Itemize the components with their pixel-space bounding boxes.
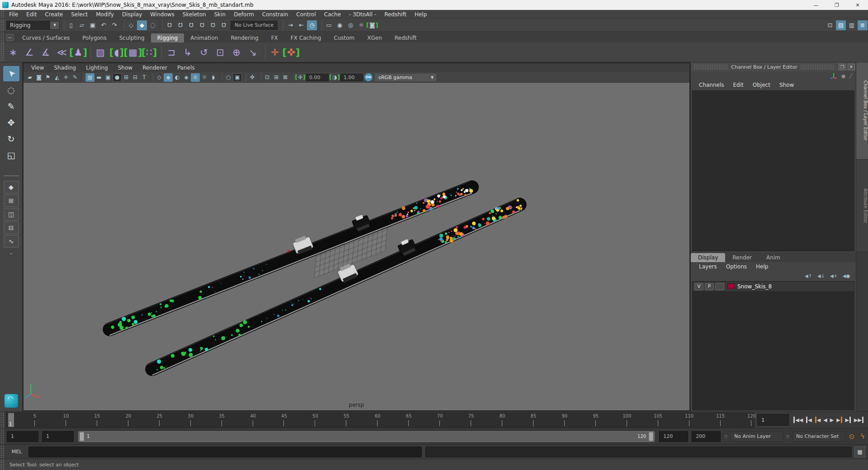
layer-color-swatch[interactable] [727, 283, 735, 289]
screen-space-ao-icon[interactable]: ◗ [209, 73, 218, 82]
menu-constrain[interactable]: Constrain [258, 10, 292, 19]
move-tool[interactable]: ✥ [3, 115, 19, 130]
select-tool[interactable]: ➤ [3, 66, 19, 81]
step-forward-key-button[interactable]: ▶ [835, 414, 844, 426]
isolate-select-icon[interactable]: ✜ [248, 73, 257, 82]
layer-visibility-toggle[interactable]: V [694, 283, 703, 290]
current-frame-marker[interactable]: 1 [8, 413, 14, 427]
layer-editor-tab-display[interactable]: Display [691, 253, 725, 262]
hik-control-icon[interactable]: ✜ [283, 45, 299, 60]
quick-rig-icon[interactable]: ♟ [71, 45, 86, 60]
animation-preferences-icon[interactable]: ϟ [857, 432, 868, 441]
orient-constraint-icon[interactable]: ↺ [196, 45, 212, 60]
open-render-view-icon[interactable]: ▭ [324, 20, 334, 30]
exposure-field[interactable]: 0.00 [306, 74, 329, 81]
layer-editor-tab-anim[interactable]: Anim [759, 253, 788, 262]
render-current-frame-icon[interactable]: ◉ [335, 20, 344, 30]
channel-box-menu-channels[interactable]: Channels [694, 82, 729, 88]
anim-layer-dropdown[interactable]: No Anim Layer [730, 431, 783, 442]
contrast-toggle-icon[interactable]: ◑ [330, 73, 339, 82]
menu-file[interactable]: File [5, 10, 22, 19]
undo-icon[interactable]: ↶ [99, 20, 108, 30]
speed-control-icon[interactable]: ● [841, 73, 846, 79]
play-forwards-button[interactable]: ▶ [829, 414, 835, 426]
safe-title-icon[interactable]: T [140, 73, 149, 82]
side-tab-attribute-editor[interactable]: Attribute Editor [856, 160, 868, 252]
insert-joint-tool-icon[interactable]: ∡ [38, 45, 53, 60]
menu--3dtoall-[interactable]: - 3DtoAll - [345, 10, 380, 19]
isolate-remove-selected-icon[interactable]: ⊠ [281, 73, 290, 82]
menu-deform[interactable]: Deform [230, 10, 258, 19]
bind-skin-icon[interactable]: ◖ [109, 45, 124, 60]
step-back-key-button[interactable]: ◀ [813, 414, 822, 426]
safe-action-icon[interactable]: ⊟ [131, 73, 140, 82]
grease-pencil-icon[interactable]: ✎ [71, 73, 80, 82]
playback-start-field[interactable]: 1 [42, 431, 74, 442]
shelf-tab-fx[interactable]: FX [265, 33, 284, 42]
command-line-grip[interactable] [0, 445, 5, 459]
channel-box-header[interactable]: Channel Box / Layer Editor ❒ ✕ [691, 62, 856, 71]
shelf-icons-grip[interactable] [0, 42, 5, 62]
time-slider-track[interactable]: 1 51015202530354045505560657075808590951… [6, 413, 755, 428]
lattice-deformer-icon[interactable]: ▦ [125, 45, 141, 60]
channel-box-menu-edit[interactable]: Edit [729, 82, 748, 88]
textured-display-icon[interactable]: ◈ [182, 73, 191, 82]
layout-persp-outliner[interactable]: ⊟ [4, 221, 19, 234]
shadows-icon[interactable]: ☼ [200, 73, 209, 82]
menu-modify[interactable]: Modify [92, 10, 118, 19]
menu-bar-grip[interactable] [0, 10, 5, 19]
layer-menu-options[interactable]: Options [722, 263, 751, 270]
menu-create[interactable]: Create [41, 10, 67, 19]
layer-menu-layers[interactable]: Layers [694, 263, 722, 270]
gate-mask-icon[interactable]: ● [113, 73, 122, 82]
snap-to-projected-center-icon[interactable]: Ω [197, 20, 207, 30]
mirror-joint-icon[interactable]: ≪ [54, 45, 70, 60]
smooth-shade-display-icon[interactable]: ◆ [164, 73, 173, 82]
save-scene-icon[interactable]: ▣ [88, 20, 98, 30]
play-backwards-button[interactable]: ◀ [822, 414, 828, 426]
shelf-tab-rendering[interactable]: Rendering [224, 33, 264, 42]
panel-menu-lighting[interactable]: Lighting [81, 65, 113, 71]
menu-set-dropdown[interactable]: Rigging ▼ [6, 21, 60, 30]
redshift-render-view-icon[interactable]: ◙ [367, 20, 377, 30]
select-by-hierarchy-icon[interactable]: ◇ [126, 20, 136, 30]
script-editor-icon[interactable]: ▦ [854, 446, 865, 457]
range-slider-grip[interactable] [0, 428, 5, 444]
side-tab-channel-box-layer-editor[interactable]: Channel Box / Layer Editor [856, 62, 868, 160]
restore-button[interactable]: ❐ [826, 0, 847, 10]
time-slider-grip[interactable] [0, 412, 5, 428]
isolate-add-selected-icon[interactable]: ⊞ [272, 73, 281, 82]
layout-two-panes-side[interactable]: ◫ [4, 208, 19, 221]
menu-select[interactable]: Select [67, 10, 92, 19]
status-line-grip[interactable] [0, 19, 5, 31]
animation-end-field[interactable]: 200 [692, 431, 721, 442]
menu-skeleton[interactable]: Skeleton [179, 10, 210, 19]
help-line-grip[interactable] [0, 459, 5, 470]
scale-tool[interactable]: ◱ [3, 147, 19, 163]
close-panel-icon[interactable]: ✕ [848, 64, 855, 70]
gamma-toggle-icon[interactable]: ON [364, 73, 373, 81]
select-camera-icon[interactable]: ▰ [25, 73, 34, 82]
menu-control[interactable]: Control [292, 10, 320, 19]
range-start-handle[interactable] [80, 432, 84, 441]
auto-keyframe-icon[interactable]: ⊙ [846, 432, 857, 441]
image-plane-icon[interactable]: ◭ [52, 73, 61, 82]
panel-drag-handle[interactable] [693, 64, 728, 70]
step-forward-frame-button[interactable]: ▶ [844, 414, 853, 426]
minimize-button[interactable]: — [806, 0, 826, 10]
layer-playback-toggle[interactable]: P [705, 283, 714, 290]
playback-end-field[interactable]: 120 [659, 431, 688, 442]
layout-single-pane[interactable]: ◆ [4, 181, 19, 193]
snap-to-point-icon[interactable]: Ω [186, 20, 196, 30]
hyperbolic-control-icon[interactable]: ╱ [849, 73, 852, 79]
shelf-tab-animation[interactable]: Animation [184, 33, 224, 42]
panel-menu-view[interactable]: View [26, 65, 49, 71]
contrast-field[interactable]: 1.00 [340, 74, 363, 81]
close-button[interactable]: ✕ [847, 0, 868, 10]
layout-four-panes[interactable]: ⊞ [4, 194, 19, 207]
menu-cache[interactable]: Cache [320, 10, 345, 19]
mel-toggle[interactable]: MEL [5, 449, 28, 455]
toggle-modeling-toolkit-icon[interactable]: ⊡ [825, 20, 835, 30]
film-gate-icon[interactable]: ▬ [94, 73, 104, 82]
use-default-material-icon[interactable]: ◐ [173, 73, 182, 82]
